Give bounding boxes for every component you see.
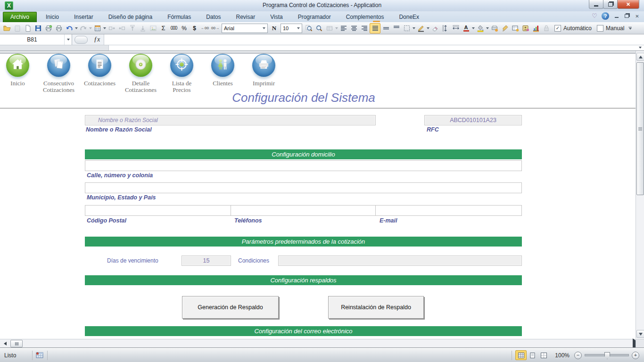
normal-view-button[interactable] — [515, 350, 527, 360]
tab-datos[interactable]: Datos — [200, 12, 227, 22]
insert-table-button[interactable] — [92, 24, 102, 33]
nav-inicio[interactable]: Inicio — [0, 54, 38, 93]
thousands-format-button[interactable]: 000 — [169, 24, 179, 33]
borders-dropdown-icon[interactable] — [413, 27, 415, 29]
scroll-down-button[interactable] — [636, 330, 644, 338]
tab-inicio[interactable]: Inicio — [40, 12, 65, 22]
eraser-button[interactable] — [430, 24, 440, 33]
manual-checkbox[interactable] — [597, 25, 603, 32]
decrease-decimal-button[interactable]: 00→ — [210, 24, 220, 33]
fill-color-dropdown-icon[interactable] — [486, 27, 489, 29]
scroll-left-button[interactable] — [1, 340, 9, 347]
open-button[interactable] — [2, 24, 12, 33]
toolbar-options-button[interactable] — [628, 27, 632, 30]
draw-border-dropdown-icon[interactable] — [427, 27, 429, 29]
contacts-button[interactable] — [520, 24, 530, 33]
fill-color-button[interactable] — [475, 24, 485, 33]
zoom-out-button[interactable] — [314, 24, 324, 33]
insert-table-dropdown-icon[interactable] — [103, 27, 106, 29]
edit-list-button[interactable] — [510, 24, 520, 33]
nav-clientes[interactable]: Clientes — [202, 54, 243, 93]
tab-formulas[interactable]: Fórmulas — [161, 12, 197, 22]
increase-decimal-button[interactable]: ←00 — [200, 24, 210, 33]
macro-record-icon[interactable] — [36, 352, 44, 359]
page-layout-view-button[interactable] — [527, 350, 538, 360]
align-right-button[interactable] — [359, 24, 369, 33]
razon-social-field[interactable]: Nombre o Razón Social — [85, 115, 376, 125]
ribbon-minimize-button[interactable] — [613, 14, 619, 19]
print-preview-button[interactable] — [54, 24, 64, 33]
tab-vista[interactable]: Vista — [264, 12, 289, 22]
tab-complementos[interactable]: Complementos — [340, 12, 390, 22]
ribbon-close-button[interactable]: ✕ — [634, 14, 640, 19]
insert-function-button[interactable] — [74, 36, 88, 44]
font-size-select[interactable]: 10 — [281, 24, 302, 33]
format-painter-button[interactable] — [500, 24, 510, 33]
close-button[interactable]: ✕ — [617, 0, 639, 9]
fx-icon[interactable]: ƒx — [90, 34, 104, 45]
name-box[interactable]: B81 — [0, 34, 72, 45]
align-top-button[interactable] — [391, 24, 401, 33]
nav-imprimir[interactable]: Imprimir — [243, 54, 284, 93]
save-button[interactable] — [33, 24, 43, 33]
email-field[interactable] — [376, 206, 521, 215]
bold-button[interactable]: N — [269, 24, 279, 33]
autosum-button[interactable]: Σ — [158, 24, 168, 33]
zoom-slider[interactable] — [585, 354, 629, 356]
formula-input[interactable] — [104, 34, 644, 45]
zoom-in-button[interactable] — [304, 24, 314, 33]
font-name-select[interactable]: Arial — [222, 24, 268, 33]
tab-archivo[interactable]: Archivo — [3, 12, 37, 22]
chart-button[interactable] — [531, 24, 541, 33]
tab-programador[interactable]: Programador — [292, 12, 337, 22]
codigo-postal-field[interactable] — [85, 206, 231, 215]
print-button[interactable] — [43, 24, 53, 33]
calle-field[interactable] — [85, 160, 522, 171]
formula-bar-expand-button[interactable] — [636, 45, 644, 50]
zoom-in-button[interactable]: + — [632, 352, 639, 359]
restore-button[interactable] — [603, 0, 618, 9]
nav-detalle-cotizaciones[interactable]: DetalleCotizaciones — [120, 54, 161, 93]
nav-consecutivo-cotizaciones[interactable]: ConsecutivoCotizaciones — [38, 54, 79, 93]
nav-lista-de-precios[interactable]: Lista dePrecios — [161, 54, 202, 93]
tab-revisar[interactable]: Revisar — [230, 12, 262, 22]
percent-format-button[interactable]: % — [179, 24, 189, 33]
row-height-button[interactable] — [440, 24, 450, 33]
minimize-button[interactable] — [589, 0, 603, 9]
condiciones-field[interactable] — [278, 255, 522, 266]
dias-vencimiento-field[interactable]: 15 — [182, 255, 231, 266]
telefonos-field[interactable] — [231, 206, 375, 215]
tab-doneex[interactable]: DoneEx — [393, 12, 425, 22]
vertical-scrollbar[interactable] — [636, 51, 644, 338]
rfc-field[interactable]: ABCD010101A23 — [424, 115, 522, 125]
align-left-button[interactable] — [339, 24, 348, 33]
new-document-button[interactable] — [23, 24, 33, 33]
scroll-up-button[interactable] — [636, 53, 644, 61]
page-break-view-button[interactable] — [538, 350, 549, 360]
sheet-tabs-button[interactable] — [10, 340, 23, 347]
tab-insertar[interactable]: Insertar — [68, 12, 99, 22]
justify-button[interactable] — [370, 23, 380, 33]
draw-border-button[interactable] — [416, 24, 426, 33]
tab-diseno[interactable]: Diseño de página — [102, 12, 158, 22]
font-color-dropdown-icon[interactable] — [472, 27, 475, 29]
help-icon[interactable]: ? — [602, 12, 609, 20]
zoom-out-button[interactable]: − — [574, 352, 582, 359]
name-box-dropdown[interactable] — [64, 34, 72, 45]
align-middle-button[interactable] — [381, 24, 391, 33]
currency-format-button[interactable]: $ — [190, 24, 199, 33]
horizontal-scrollbar[interactable] — [0, 339, 644, 348]
vertical-scroll-thumb[interactable] — [636, 62, 644, 195]
nav-cotizaciones[interactable]: Cotizaciones — [79, 54, 120, 93]
automatic-checkbox[interactable]: ✓ — [554, 25, 561, 32]
borders-button[interactable] — [402, 24, 412, 33]
generacion-respaldo-button[interactable]: Generación de Respaldo — [182, 296, 279, 319]
column-width-button[interactable] — [451, 24, 461, 33]
zoom-slider-thumb[interactable] — [604, 352, 610, 359]
reinstalacion-respaldo-button[interactable]: Reinstalación de Respaldo — [328, 296, 424, 319]
heart-icon[interactable]: ♡ — [592, 12, 597, 20]
align-center-button[interactable] — [349, 24, 359, 33]
print-area-button[interactable] — [489, 24, 499, 33]
ribbon-restore-button[interactable] — [624, 14, 630, 19]
undo-button[interactable] — [64, 24, 74, 33]
